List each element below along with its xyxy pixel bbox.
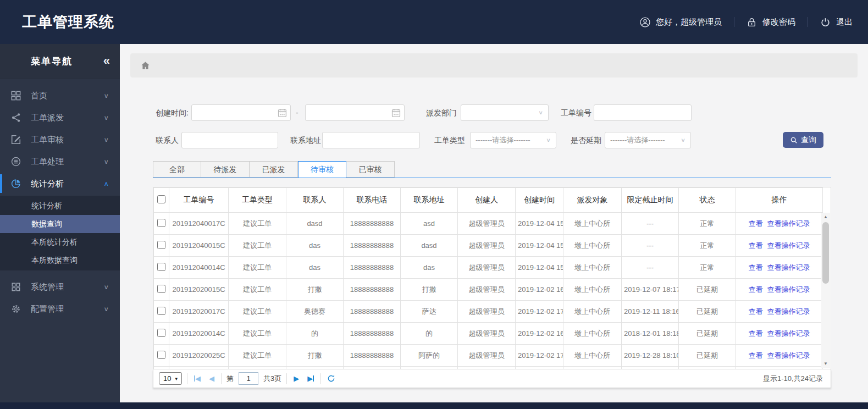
- view-link[interactable]: 查看: [749, 285, 763, 294]
- view-log-link[interactable]: 查看操作记录: [767, 307, 810, 316]
- view-link[interactable]: 查看: [749, 329, 763, 338]
- cell-order_no: 201912020014C: [169, 323, 229, 345]
- row-checkbox[interactable]: [157, 219, 165, 227]
- sidebar-subitem[interactable]: 数据查询: [0, 215, 120, 233]
- tab-待审核[interactable]: 待审核: [298, 161, 346, 178]
- scrollbar-thumb[interactable]: [822, 222, 829, 284]
- view-log-link[interactable]: 查看操作记录: [767, 351, 810, 360]
- cell-creator: 超级管理员: [458, 235, 516, 257]
- table-row: 201912020015C建议工单打撒18888888888打撒超级管理员201…: [154, 279, 823, 301]
- cell-phone: 18888888888: [344, 213, 401, 235]
- address-field[interactable]: [323, 132, 419, 148]
- last-page-button[interactable]: ▶: [306, 374, 316, 383]
- sidebar-subitem[interactable]: 统计分析: [0, 197, 120, 215]
- tab-待派发[interactable]: 待派发: [201, 161, 250, 178]
- order-no-input[interactable]: [594, 104, 692, 121]
- contact-field[interactable]: [182, 132, 278, 148]
- chevron-down-icon: ∨: [103, 114, 109, 121]
- power-icon: [820, 17, 831, 27]
- status-tabs: 全部待派发已派发待审核已审核: [153, 161, 831, 178]
- view-link[interactable]: 查看: [749, 219, 763, 228]
- cell-creator: 超级管理员: [458, 345, 516, 367]
- row-checkbox[interactable]: [157, 351, 165, 359]
- pie-icon: [11, 179, 21, 189]
- sidebar-subitem[interactable]: 本所数据查询: [0, 251, 120, 269]
- column-header: 联系人: [286, 188, 344, 213]
- row-checkbox[interactable]: [157, 263, 165, 271]
- view-log-link[interactable]: 查看操作记录: [767, 219, 810, 228]
- create-time-start-field[interactable]: [192, 105, 290, 120]
- logout-button[interactable]: 退出: [820, 17, 853, 27]
- sidebar-item-dispatch[interactable]: 工单派发∨: [0, 107, 120, 129]
- chevron-down-icon: ∨: [103, 306, 109, 313]
- calendar-icon[interactable]: [391, 108, 401, 118]
- dispatch-dept-select[interactable]: ∨: [461, 104, 549, 121]
- sidebar-item-stats[interactable]: 统计分析∧: [0, 173, 120, 195]
- refresh-icon[interactable]: [327, 374, 335, 383]
- view-log-link[interactable]: 查看操作记录: [767, 329, 810, 338]
- prev-page-button[interactable]: ◀: [207, 374, 216, 383]
- row-checkbox[interactable]: [157, 307, 165, 315]
- chevron-down-icon: ∨: [546, 137, 551, 143]
- view-link[interactable]: 查看: [749, 263, 763, 272]
- sidebar-item-review[interactable]: 工单审核∨: [0, 129, 120, 151]
- table-scrollbar[interactable]: ▲ ▼: [821, 213, 830, 368]
- row-checkbox[interactable]: [157, 285, 165, 293]
- view-link[interactable]: 查看: [749, 241, 763, 250]
- address-input[interactable]: [322, 132, 420, 148]
- row-select-cell: [154, 323, 169, 345]
- view-log-link[interactable]: 查看操作记录: [767, 241, 810, 250]
- sidebar-collapse-icon[interactable]: «: [103, 53, 109, 68]
- create-time-end-field[interactable]: [306, 105, 404, 120]
- view-link[interactable]: 查看: [749, 351, 763, 360]
- sidebar-item-home[interactable]: 首页∨: [0, 85, 120, 107]
- column-header: 创建时间: [516, 188, 563, 213]
- cell-target: 墩上中心所: [563, 235, 622, 257]
- row-select-cell: [154, 257, 169, 279]
- page-size-select[interactable]: 10 ▾: [159, 372, 182, 385]
- row-select-cell: [154, 235, 169, 257]
- cell-order_no: 201912040015C: [169, 235, 229, 257]
- change-password-button[interactable]: 修改密码: [747, 17, 795, 27]
- cell-deadline: 2018-12-01 18:18: [622, 323, 679, 345]
- view-link[interactable]: 查看: [749, 307, 763, 316]
- row-select-cell: [154, 213, 169, 235]
- contact-input[interactable]: [181, 132, 278, 148]
- view-log-link[interactable]: 查看操作记录: [767, 263, 810, 272]
- total-pages-label: 共3页: [263, 374, 281, 384]
- sidebar-item-config[interactable]: 配置管理∨: [0, 298, 120, 320]
- user-greeting[interactable]: 您好，超级管理员: [640, 17, 722, 27]
- row-checkbox[interactable]: [157, 241, 165, 249]
- sidebar-subitem[interactable]: 本所统计分析: [0, 233, 120, 251]
- create-time-start-input[interactable]: [191, 104, 291, 121]
- cell-address: dasd: [401, 235, 458, 257]
- tab-全部[interactable]: 全部: [153, 161, 201, 178]
- order-no-field[interactable]: [594, 105, 691, 120]
- delay-select[interactable]: -------请选择------- ∨: [605, 132, 691, 148]
- row-checkbox[interactable]: [157, 329, 165, 337]
- next-page-button[interactable]: ▶: [292, 374, 301, 383]
- page-number-input[interactable]: [239, 372, 258, 385]
- tab-已审核[interactable]: 已审核: [346, 161, 395, 178]
- first-page-button[interactable]: ◀: [192, 374, 202, 383]
- view-log-link[interactable]: 查看操作记录: [767, 285, 810, 294]
- select-all-checkbox[interactable]: [157, 195, 165, 203]
- sidebar-item-process[interactable]: 工单处理∨: [0, 151, 120, 173]
- sidebar-item-label: 系统管理: [31, 282, 103, 292]
- order-type-select[interactable]: -------请选择------- ∨: [470, 132, 556, 148]
- divider: [286, 373, 287, 384]
- status-badge: 正常: [679, 257, 736, 279]
- home-icon[interactable]: [141, 61, 150, 70]
- column-header: 操作: [736, 188, 823, 213]
- tab-已派发[interactable]: 已派发: [250, 161, 298, 178]
- cell-type: 建议工单: [229, 301, 286, 323]
- search-button[interactable]: 查询: [783, 132, 823, 148]
- cell-contact: dasd: [286, 213, 344, 235]
- scroll-up-icon[interactable]: ▲: [821, 213, 830, 221]
- chevron-down-icon: ∨: [103, 284, 109, 291]
- sidebar-item-system[interactable]: 系统管理∨: [0, 276, 120, 298]
- scroll-down-icon[interactable]: ▼: [821, 360, 830, 368]
- calendar-icon[interactable]: [278, 108, 287, 118]
- create-time-end-input[interactable]: [305, 104, 405, 121]
- column-header: 工单类型: [229, 188, 286, 213]
